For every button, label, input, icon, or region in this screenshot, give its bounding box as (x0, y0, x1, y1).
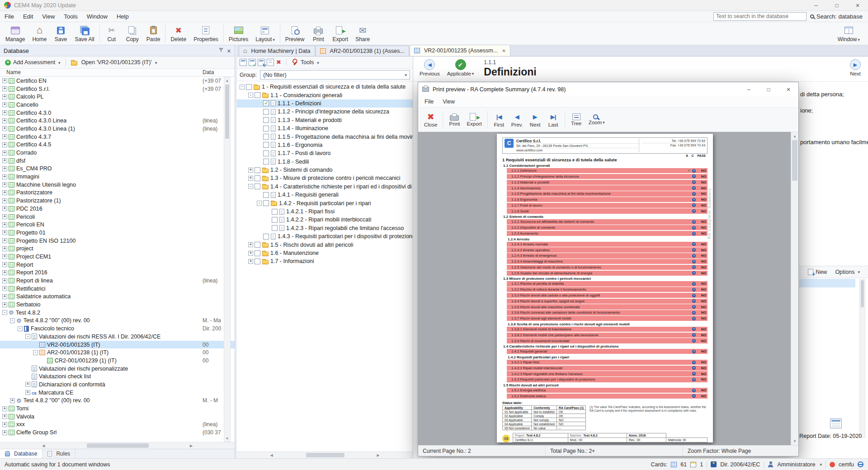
preview-menu-file[interactable]: File (420, 97, 438, 106)
preview-prev-button[interactable]: Prev. (508, 110, 526, 129)
db-tree-row[interactable]: Marcatura CE (0, 389, 235, 397)
previous-button[interactable]: Previous (417, 58, 443, 77)
requirement-tree-row[interactable]: 1.1.8 - Sedili (237, 158, 413, 166)
checkbox-unchecked[interactable] (263, 117, 269, 123)
db-tree-row[interactable]: Pastorizzatore (0, 189, 235, 197)
db-tree-row[interactable]: Certifico EN(+39 07 (0, 77, 235, 85)
checkbox-unchecked[interactable] (263, 142, 269, 148)
ribbon-button-pictures[interactable]: Pictures (225, 22, 252, 45)
collapse-icon[interactable] (25, 334, 30, 339)
collapse-icon[interactable] (18, 326, 23, 331)
panel-tab-database[interactable]: Database (0, 449, 42, 458)
expand-icon[interactable] (2, 278, 7, 283)
collapse-icon[interactable] (33, 350, 38, 355)
db-tree-row[interactable]: Cieffe Group Srl(030 37 (0, 428, 235, 437)
db-tree-row[interactable]: Valutazioni check list (0, 372, 235, 381)
checkbox-unchecked[interactable] (263, 234, 269, 240)
expand-icon[interactable] (2, 270, 7, 275)
db-tree-row[interactable]: Certifico 4.3.0 Linea(linea) (0, 117, 235, 125)
db-tree-row[interactable]: Valvola (0, 413, 235, 421)
collapse-icon[interactable] (248, 184, 253, 189)
checklist-icon[interactable] (267, 59, 274, 66)
db-tree-row[interactable]: Fascicolo tecnicoDir. 200 (0, 324, 235, 333)
card-check-icon[interactable] (249, 59, 256, 66)
checkbox-unchecked[interactable] (255, 175, 260, 181)
checkbox-unchecked[interactable] (255, 167, 260, 173)
close-tab-icon[interactable] (502, 47, 505, 54)
requirement-tree-row[interactable]: 1.1.7 - Posti di lavoro (237, 149, 413, 157)
checkbox-unchecked[interactable] (263, 126, 269, 132)
requirement-tree-row[interactable]: 1.4 - Caratteristiche richieste per i ri… (237, 183, 413, 191)
ribbon-button-window[interactable]: Window (834, 22, 863, 45)
db-tree-row[interactable]: Test 4.8.2 (0, 309, 235, 317)
expand-icon[interactable] (2, 134, 7, 139)
options-button[interactable]: Options (832, 268, 863, 276)
db-tree-row[interactable]: Certifico 4.3.0 (0, 109, 235, 117)
selected-card-row[interactable] (799, 279, 855, 287)
checkbox-checked[interactable] (263, 100, 269, 106)
db-tree-row[interactable]: AR2-001/001238 (1) (IT)00 (0, 348, 235, 357)
preview-tree-button[interactable]: Tree (567, 112, 585, 127)
db-tree-row[interactable]: CR2-001/001239 (1) (IT)00 (0, 357, 235, 365)
requirement-tree-row[interactable]: 1.1.6 - Ergonomia (237, 141, 413, 149)
expand-icon[interactable] (2, 190, 7, 195)
checkbox-unchecked[interactable] (255, 242, 260, 248)
expand-icon[interactable] (2, 206, 7, 211)
scroll-up-icon[interactable] (791, 133, 798, 139)
requirement-tree-row[interactable]: 1.5 - Rischi dovuti ad altri pericoli (237, 240, 413, 249)
expand-icon[interactable] (25, 390, 30, 395)
checkbox-unchecked[interactable] (255, 258, 260, 264)
expand-icon[interactable] (2, 118, 7, 123)
requirement-tree-row[interactable]: 1.6 - Manutenzione (237, 249, 413, 257)
preview-close-button[interactable]: Close (421, 110, 440, 129)
preview-scrollbar[interactable] (791, 132, 798, 445)
ribbon-button-share[interactable]: Share (352, 22, 373, 45)
db-tree-row[interactable]: Dichiarazioni di conformità (0, 381, 235, 389)
db-tree-row[interactable]: Es_CM4 PRO (0, 165, 235, 173)
db-tree-row[interactable]: Saldatrice automatica (0, 293, 235, 301)
scroll-right-icon[interactable] (344, 452, 412, 458)
requirement-tree-row[interactable]: 1.4.2.3 - Ripari regolabili che limitano… (237, 224, 413, 232)
expand-icon[interactable] (2, 286, 7, 291)
ribbon-button-copy[interactable]: Copy (122, 22, 143, 45)
checkbox-unchecked[interactable] (255, 92, 260, 98)
db-tree-row[interactable]: Certifico 4.3.0 Linea (1)(linea) (0, 125, 235, 133)
expand-icon[interactable] (2, 294, 7, 299)
expand-icon[interactable] (2, 302, 7, 307)
expand-icon[interactable] (2, 406, 7, 411)
db-tree-row[interactable]: Progetto 01 (0, 229, 235, 237)
db-tree-row[interactable]: Progetto EN ISO 12100 (0, 237, 235, 245)
requirement-tree-row[interactable]: 1.3 - Misure di protezione contro i peri… (237, 174, 413, 182)
db-tree-row[interactable]: Certifico 4.4.5 (0, 141, 235, 149)
ribbon-button-paste[interactable]: Paste (143, 22, 164, 45)
ribbon-button-preview[interactable]: Preview (282, 22, 308, 45)
db-tree-row[interactable]: Serbatoio (0, 301, 235, 309)
group-filter-combo[interactable]: (No filter) (260, 70, 410, 80)
preview-next-button[interactable]: Next (526, 110, 544, 129)
expand-icon[interactable] (2, 262, 7, 267)
requirement-tree-row[interactable]: 1.4.1 - Requisiti generali (237, 191, 413, 199)
preview-last-button[interactable]: Last (544, 110, 562, 129)
requirement-tree-row[interactable]: 1.7 - Informazioni (237, 257, 413, 265)
checkbox-unchecked[interactable] (263, 159, 269, 164)
menu-window[interactable]: Window (82, 12, 112, 21)
expand-icon[interactable] (2, 126, 7, 131)
requirements-horizontal-scrollbar[interactable] (237, 451, 413, 458)
search-input[interactable] (713, 12, 807, 21)
requirement-tree-row[interactable]: 1.1.4 - Illuminazione (237, 124, 413, 132)
expand-icon[interactable] (248, 168, 253, 173)
requirement-tree-row[interactable]: 1.2 - Sistemi di comando (237, 166, 413, 174)
dialog-minimize-button[interactable] (739, 82, 759, 96)
ribbon-button-properties[interactable]: Properties (190, 22, 222, 45)
expand-icon[interactable] (2, 246, 7, 251)
menu-help[interactable]: Help (112, 12, 133, 21)
expand-icon[interactable] (248, 242, 253, 247)
scroll-thumb[interactable] (792, 140, 797, 181)
db-tree-row[interactable]: VR2-001/001235 (IT)00 (0, 341, 235, 349)
expand-icon[interactable] (248, 176, 253, 181)
expand-icon[interactable] (2, 214, 7, 219)
document-tab[interactable]: AR2-001/001238 (1) (Asses... (316, 46, 409, 56)
db-tree-row[interactable]: Valutazioni dei rischi RESS All. I Dir. … (0, 333, 235, 341)
document-tab[interactable]: Home Machinery | Data (239, 46, 315, 56)
collapse-icon[interactable] (2, 310, 7, 315)
